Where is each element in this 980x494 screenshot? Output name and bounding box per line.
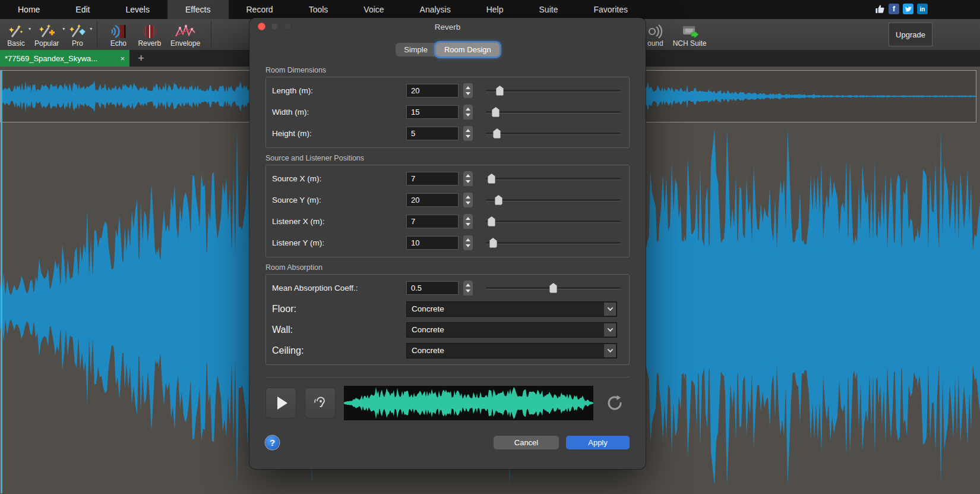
facebook-icon[interactable]: f <box>889 4 899 14</box>
height-m-input[interactable] <box>406 127 459 140</box>
linkedin-icon[interactable]: in <box>917 4 928 14</box>
stepper-up-icon[interactable] <box>466 86 470 89</box>
stepper-down-icon[interactable] <box>466 290 470 292</box>
listener-x-m-stepper[interactable] <box>463 214 473 229</box>
dropdown-caret-icon[interactable]: ▾ <box>90 26 92 32</box>
help-button[interactable]: ? <box>265 436 279 449</box>
slider-thumb[interactable] <box>493 128 501 139</box>
slider-thumb[interactable] <box>495 195 502 205</box>
menu-item-favorites[interactable]: Favorites <box>576 0 646 19</box>
popular-button[interactable]: ▾Popular <box>30 19 64 50</box>
stepper-down-icon[interactable] <box>466 92 470 95</box>
cancel-button[interactable]: Cancel <box>494 436 559 449</box>
source-y-m-stepper[interactable] <box>463 193 473 207</box>
stepper-down-icon[interactable] <box>466 180 470 183</box>
listener-y-m-input[interactable] <box>406 236 459 250</box>
menu-item-tools[interactable]: Tools <box>291 0 346 19</box>
length-m-slider[interactable] <box>486 85 623 96</box>
listener-y-m-stepper[interactable] <box>463 235 473 250</box>
mean-absorption-coeff-input[interactable] <box>406 281 459 295</box>
chevron-down-icon[interactable] <box>604 344 616 357</box>
thumbs-up-icon[interactable] <box>874 4 885 14</box>
slider-thumb[interactable] <box>488 216 495 226</box>
menu-item-voice[interactable]: Voice <box>346 0 402 19</box>
loop-preview-button[interactable] <box>602 390 628 416</box>
play-preview-button[interactable] <box>265 388 296 419</box>
ound-button[interactable]: ound <box>643 19 668 50</box>
mean-absorption-coeff-stepper[interactable] <box>463 281 473 295</box>
ceiling-select[interactable]: Concrete <box>406 343 617 358</box>
menu-item-help[interactable]: Help <box>469 0 521 19</box>
slider-track[interactable] <box>486 133 621 134</box>
stepper-down-icon[interactable] <box>466 135 470 138</box>
close-tab-icon[interactable]: × <box>120 54 125 63</box>
tab-simple[interactable]: Simple <box>396 43 436 56</box>
menu-item-effects[interactable]: Effects <box>167 0 229 19</box>
length-m-stepper[interactable] <box>463 83 473 98</box>
nch-suite-button[interactable]: NCH Suite <box>668 19 712 50</box>
menu-item-analysis[interactable]: Analysis <box>402 0 469 19</box>
echo-button[interactable]: Echo <box>103 19 133 50</box>
menu-item-levels[interactable]: Levels <box>108 0 167 19</box>
slider-thumb[interactable] <box>488 174 495 184</box>
stepper-down-icon[interactable] <box>466 202 470 204</box>
slider-thumb[interactable] <box>492 107 500 117</box>
tab-room-design[interactable]: Room Design <box>436 43 500 56</box>
reverb-button[interactable]: Reverb <box>133 19 166 50</box>
slider-track[interactable] <box>486 111 621 113</box>
wall-select[interactable]: Concrete <box>406 322 617 338</box>
listener-x-m-input[interactable] <box>406 215 459 228</box>
slider-thumb[interactable] <box>489 238 497 248</box>
height-m-stepper[interactable] <box>463 126 473 141</box>
source-y-m-slider[interactable] <box>486 194 623 205</box>
stepper-up-icon[interactable] <box>466 217 470 220</box>
menu-item-home[interactable]: Home <box>0 0 58 19</box>
source-x-m-slider[interactable] <box>486 173 623 184</box>
stepper-up-icon[interactable] <box>466 284 470 287</box>
listener-x-m-slider[interactable] <box>486 216 623 226</box>
menu-item-suite[interactable]: Suite <box>521 0 576 19</box>
width-m-stepper[interactable] <box>463 105 473 119</box>
slider-track[interactable] <box>486 90 621 92</box>
source-x-m-input[interactable] <box>406 172 459 185</box>
slider-track[interactable] <box>486 178 621 180</box>
stepper-up-icon[interactable] <box>466 108 470 111</box>
listen-original-button[interactable] <box>305 388 336 419</box>
width-m-slider[interactable] <box>486 106 623 117</box>
stepper-down-icon[interactable] <box>466 223 470 226</box>
menu-item-edit[interactable]: Edit <box>58 0 108 19</box>
listener-y-m-slider[interactable] <box>486 237 623 248</box>
playhead-cursor[interactable] <box>1 70 2 493</box>
close-window-button[interactable] <box>258 23 265 30</box>
envelope-button[interactable]: Envelope <box>166 19 205 50</box>
stepper-down-icon[interactable] <box>466 114 470 117</box>
chevron-down-icon[interactable] <box>604 323 616 336</box>
mean-absorption-coeff-slider[interactable] <box>486 282 623 293</box>
floor-select[interactable]: Concrete <box>406 301 617 317</box>
height-m-slider[interactable] <box>486 128 623 139</box>
slider-thumb[interactable] <box>549 283 557 293</box>
twitter-icon[interactable] <box>903 4 913 14</box>
zoom-window-button[interactable] <box>284 23 292 30</box>
apply-button[interactable]: Apply <box>566 436 630 449</box>
stepper-up-icon[interactable] <box>466 129 470 132</box>
stepper-up-icon[interactable] <box>466 196 470 199</box>
slider-track[interactable] <box>486 221 621 222</box>
dialog-titlebar[interactable]: Reverb <box>249 18 646 36</box>
stepper-up-icon[interactable] <box>466 238 470 241</box>
slider-track[interactable] <box>486 242 621 244</box>
slider-track[interactable] <box>486 199 621 201</box>
basic-button[interactable]: ▾Basic <box>2 19 30 50</box>
upgrade-button[interactable]: Upgrade <box>889 23 932 46</box>
slider-thumb[interactable] <box>496 86 504 96</box>
minimize-window-button[interactable] <box>271 23 279 30</box>
pro-button[interactable]: ▾Pro <box>64 19 91 50</box>
width-m-input[interactable] <box>406 105 459 119</box>
source-y-m-input[interactable] <box>406 193 459 207</box>
menu-item-record[interactable]: Record <box>229 0 291 19</box>
chevron-down-icon[interactable] <box>604 303 616 316</box>
stepper-up-icon[interactable] <box>466 174 470 177</box>
length-m-input[interactable] <box>406 84 459 97</box>
active-file-tab[interactable]: *77569_Spandex_Skywa... × <box>0 50 129 67</box>
source-x-m-stepper[interactable] <box>463 171 473 186</box>
